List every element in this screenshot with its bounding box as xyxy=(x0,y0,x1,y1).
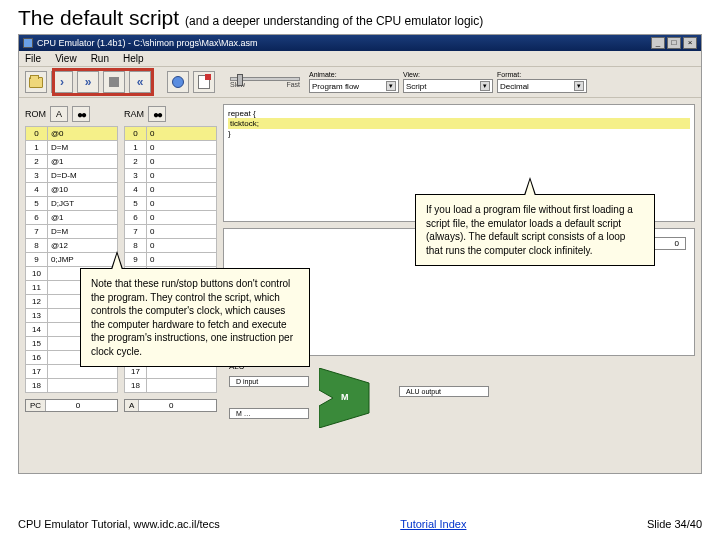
value-cell: @10 xyxy=(48,183,118,197)
format-combo[interactable]: Decimal▾ xyxy=(497,79,587,93)
table-row[interactable]: 1D=M xyxy=(26,141,118,155)
dropdown-arrow-icon: ▾ xyxy=(386,81,396,91)
addr-cell: 0 xyxy=(26,127,48,141)
animate-label: Animate: xyxy=(309,71,399,78)
maximize-button[interactable]: □ xyxy=(667,37,681,49)
close-button[interactable]: × xyxy=(683,37,697,49)
table-row[interactable]: 7D=M xyxy=(26,225,118,239)
ram-find-button[interactable]: ●● xyxy=(148,106,166,122)
callout-right: If you load a program file without first… xyxy=(415,194,655,266)
callout-right-text: If you load a program file without first… xyxy=(426,204,633,256)
slider-fast-label: Fast xyxy=(286,81,300,88)
value-cell: 0 xyxy=(147,225,217,239)
addr-cell: 8 xyxy=(26,239,48,253)
menu-file[interactable]: File xyxy=(25,53,41,64)
binoculars-icon: ●● xyxy=(153,109,161,120)
addr-cell: 18 xyxy=(26,379,48,393)
binoculars-icon: ●● xyxy=(77,109,85,120)
paper-flag-icon xyxy=(198,75,210,89)
alu-output: ALU output xyxy=(399,386,489,397)
alu-output-label: ALU output xyxy=(400,387,480,396)
animate-combo[interactable]: Program flow▾ xyxy=(309,79,399,93)
table-row[interactable]: 00 xyxy=(125,127,217,141)
addr-cell: 10 xyxy=(26,267,48,281)
menu-view[interactable]: View xyxy=(55,53,77,64)
addr-cell: 4 xyxy=(125,183,147,197)
menubar: File View Run Help xyxy=(19,51,701,67)
addr-cell: 13 xyxy=(26,309,48,323)
slide-title: The default script xyxy=(18,6,179,30)
table-row[interactable]: 0@0 xyxy=(26,127,118,141)
table-row[interactable]: 18 xyxy=(125,379,217,393)
view-combo[interactable]: Script▾ xyxy=(403,79,493,93)
a-register: A0 xyxy=(124,399,217,412)
table-row[interactable]: 18 xyxy=(26,379,118,393)
rewind-button[interactable]: « xyxy=(129,71,151,93)
table-row[interactable]: 60 xyxy=(125,211,217,225)
table-row[interactable]: 20 xyxy=(125,155,217,169)
open-program-button[interactable] xyxy=(25,71,47,93)
addr-cell: 5 xyxy=(125,197,147,211)
speed-slider[interactable] xyxy=(230,77,300,81)
value-cell xyxy=(147,379,217,393)
value-cell: @1 xyxy=(48,211,118,225)
menu-run[interactable]: Run xyxy=(91,53,109,64)
alu-m-input-label: M … xyxy=(230,409,300,418)
value-cell: 0 xyxy=(147,127,217,141)
footer-left: CPU Emulator Tutorial, www.idc.ac.il/tec… xyxy=(18,518,220,530)
table-row[interactable]: 2@1 xyxy=(26,155,118,169)
stop-button[interactable] xyxy=(103,71,125,93)
addr-cell: 1 xyxy=(125,141,147,155)
value-cell: 0 xyxy=(147,169,217,183)
addr-cell: 7 xyxy=(125,225,147,239)
table-row[interactable]: 4@10 xyxy=(26,183,118,197)
callout-left-text: Note that these run/stop buttons don't c… xyxy=(91,278,293,357)
addr-cell: 2 xyxy=(26,155,48,169)
value-cell: D;JGT xyxy=(48,197,118,211)
tutorial-index-link[interactable]: Tutorial Index xyxy=(400,518,466,530)
value-cell: 0 xyxy=(147,183,217,197)
table-row[interactable]: 70 xyxy=(125,225,217,239)
rom-label: ROM xyxy=(25,109,46,119)
pc-label: PC xyxy=(26,400,46,411)
value-cell: 0 xyxy=(147,253,217,267)
rom-find-button[interactable]: ●● xyxy=(72,106,90,122)
alu-panel: ALU D input M … M ALU output xyxy=(223,362,695,460)
rom-goto-button[interactable]: A xyxy=(50,106,68,122)
dropdown-arrow-icon: ▾ xyxy=(574,81,584,91)
dropdown-arrow-icon: ▾ xyxy=(480,81,490,91)
table-row[interactable]: 40 xyxy=(125,183,217,197)
table-row[interactable]: 90;JMP xyxy=(26,253,118,267)
double-chevron-right-icon: » xyxy=(85,75,92,89)
run-button[interactable]: » xyxy=(77,71,99,93)
addr-cell: 18 xyxy=(125,379,147,393)
table-row[interactable]: 8@12 xyxy=(26,239,118,253)
addr-cell: 0 xyxy=(125,127,147,141)
chevron-right-icon: › xyxy=(60,75,64,89)
disc-button[interactable] xyxy=(167,71,189,93)
value-cell xyxy=(48,379,118,393)
table-row[interactable]: 5D;JGT xyxy=(26,197,118,211)
slider-knob[interactable] xyxy=(237,74,243,86)
addr-cell: 1 xyxy=(26,141,48,155)
table-row[interactable]: 10 xyxy=(125,141,217,155)
minimize-button[interactable]: _ xyxy=(651,37,665,49)
alu-d-input-label: D input xyxy=(230,377,300,386)
addr-cell: 14 xyxy=(26,323,48,337)
menu-help[interactable]: Help xyxy=(123,53,144,64)
a-value: 0 xyxy=(139,400,179,411)
window-title: CPU Emulator (1.4b1) - C:\shimon progs\M… xyxy=(37,38,258,48)
a-label: A xyxy=(125,400,139,411)
toolbar: › » « SlowFast Animate: Program flow▾ Vi… xyxy=(19,67,701,98)
paper-button[interactable] xyxy=(193,71,215,93)
table-row[interactable]: 30 xyxy=(125,169,217,183)
table-row[interactable]: 50 xyxy=(125,197,217,211)
table-row[interactable]: 3D=D-M xyxy=(26,169,118,183)
value-cell: 0 xyxy=(147,155,217,169)
addr-cell: 3 xyxy=(125,169,147,183)
table-row[interactable]: 90 xyxy=(125,253,217,267)
table-row[interactable]: 80 xyxy=(125,239,217,253)
step-button[interactable]: › xyxy=(51,71,73,93)
table-row[interactable]: 6@1 xyxy=(26,211,118,225)
folder-icon xyxy=(29,77,43,88)
